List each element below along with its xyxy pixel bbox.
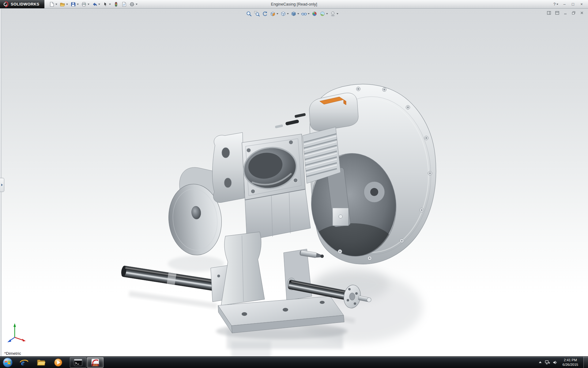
folder-icon [36,358,46,367]
minimize-button[interactable]: – [560,1,568,7]
document-close-button[interactable] [579,10,585,15]
network-tray-icon[interactable] [545,360,550,365]
hidden-icons-arrow-icon [538,361,542,364]
zoom-to-area-icon [254,11,260,17]
zoom-to-fit-icon [246,11,252,17]
open-document-button[interactable] [59,1,69,8]
dropdown-caret-icon [66,4,68,5]
rear-support[interactable] [284,249,312,301]
graphics-viewport[interactable]: *Dimetric [0,9,588,356]
svg-text:e: e [21,358,24,367]
solidworks-window: SOLIDWORKS [0,0,588,368]
internet-explorer-icon: e [19,358,28,367]
dropdown-caret-icon [98,4,100,5]
previous-view-button[interactable] [261,10,269,18]
start-button[interactable] [0,357,15,368]
view-orientation-button[interactable] [280,10,289,18]
show-desktop-button[interactable] [583,357,588,368]
new-document-button[interactable] [48,1,58,8]
svg-text:2015: 2015 [93,364,97,366]
dropdown-caret-icon [308,13,310,14]
view-settings-button[interactable] [329,10,339,18]
undo-button[interactable] [91,1,101,8]
left-bracket[interactable] [212,132,244,203]
dropdown-caret-icon [337,13,338,14]
section-view-icon [270,11,276,17]
window-controls: ? – □ × [552,1,588,7]
dropdown-caret-icon [136,4,138,5]
dropdown-caret-icon [55,4,57,5]
volume-tray-icon[interactable] [553,360,557,365]
dropdown-caret-icon [77,4,79,5]
new-document-icon [49,2,55,7]
featuremanager-collapsed-tab[interactable] [0,178,4,192]
reference-triad [4,321,28,344]
restore-icon [572,11,575,15]
document-window-controls [546,10,585,15]
feature-pane-icon [555,11,559,15]
select-cursor-icon [103,2,108,7]
dropdown-caret-icon [326,13,328,14]
zoom-to-area-button[interactable] [253,10,261,18]
model-canvas[interactable] [0,9,588,356]
command-prompt-icon [74,358,83,367]
hide-show-items-button[interactable] [300,10,310,18]
clock-date: 6/26/2015 [563,362,578,367]
help-button[interactable]: ? [552,1,560,7]
dropdown-caret-icon [109,4,111,5]
options-button[interactable] [128,1,138,8]
taskbar-item-windows-explorer[interactable] [33,357,49,368]
close-icon [580,11,584,15]
minimize-icon [564,11,567,15]
rebuild-button[interactable] [112,1,120,8]
mounting-studs[interactable] [275,113,306,128]
show-hidden-icons-button[interactable] [538,361,542,364]
taskbar-item-windows-media-player[interactable] [50,357,66,368]
system-tray: 2:41 PM 6/26/2015 [538,357,588,368]
display-pane-button[interactable] [546,10,552,15]
expand-panel-arrow-icon [1,184,3,186]
save-button[interactable] [70,1,80,8]
taskbar-item-internet-explorer[interactable]: e [16,357,32,368]
apply-scene-button[interactable] [319,10,329,18]
main-toolbar [44,1,138,8]
dropdown-caret-icon [297,13,299,14]
previous-view-icon [262,11,268,17]
edit-appearance-ball-icon [311,11,318,17]
help-caret-icon [556,4,558,5]
app-name: SOLIDWORKS [11,2,40,6]
restore-button[interactable]: □ [569,1,577,7]
edit-appearance-button[interactable] [311,10,318,18]
dropdown-caret-icon [277,13,278,14]
zoom-to-fit-button[interactable] [245,10,253,18]
dropdown-caret-icon [88,4,89,5]
titlebar[interactable]: SOLIDWORKS [0,0,588,9]
media-player-icon [54,358,63,367]
document-minimize-button[interactable] [562,10,568,15]
view-settings-icon [330,11,336,17]
bracket-hole [224,178,232,188]
select-tool-button[interactable] [102,1,112,8]
taskbar-item-command-prompt[interactable] [70,357,86,368]
display-style-button[interactable] [290,10,300,18]
view-orientation-cube-icon [280,11,286,17]
file-properties-button[interactable] [120,1,128,8]
taskbar-item-solidworks-2015[interactable]: 2015 [87,357,104,368]
triad-y-axis [13,323,16,337]
feature-pane-button[interactable] [554,10,560,15]
view-orientation-label: *Dimetric [4,351,21,356]
help-glyph: ? [553,2,556,6]
save-floppy-icon [70,2,76,7]
print-button[interactable] [80,1,90,8]
apply-scene-icon [319,11,326,17]
rebuild-traffic-light-icon [113,2,119,7]
close-button[interactable]: × [578,1,586,7]
print-icon [81,2,87,7]
file-properties-icon [121,2,127,7]
section-view-button[interactable] [269,10,279,18]
taskbar-clock[interactable]: 2:41 PM 6/26/2015 [560,358,581,367]
document-restore-button[interactable] [571,10,577,15]
solidworks-2015-icon: 2015 [91,358,100,367]
network-icon [545,360,550,365]
clock-time: 2:41 PM [563,358,578,362]
